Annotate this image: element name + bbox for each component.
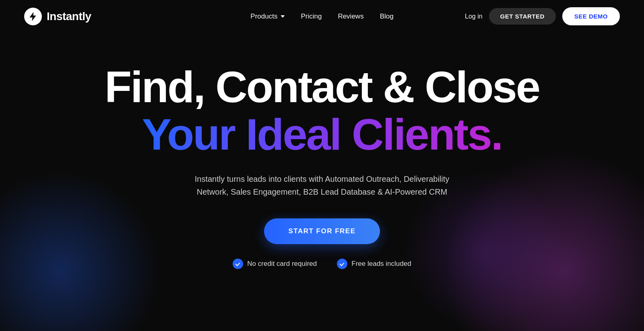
nav-pricing[interactable]: Pricing: [301, 12, 322, 21]
hero-section: Find, Contact & Close Your Ideal Clients…: [0, 33, 644, 293]
check-icon-2: [337, 259, 347, 269]
nav-reviews[interactable]: Reviews: [338, 12, 363, 21]
hero-subtitle: Instantly turns leads into clients with …: [181, 173, 463, 198]
badge-free-leads: Free leads included: [337, 259, 411, 269]
badge-no-credit-card-label: No credit card required: [247, 260, 317, 268]
get-started-button[interactable]: GET STARTED: [489, 8, 556, 25]
navbar: Instantly Products Pricing Reviews Blog …: [0, 0, 644, 33]
logo-text: Instantly: [47, 10, 91, 23]
badge-no-credit-card: No credit card required: [233, 259, 317, 269]
nav-products[interactable]: Products: [250, 12, 285, 21]
hero-badges: No credit card required Free leads inclu…: [233, 259, 411, 269]
nav-actions: Log in GET STARTED SEE DEMO: [465, 7, 620, 25]
start-free-button[interactable]: START FOR FREE: [264, 218, 380, 244]
check-icon-1: [233, 259, 243, 269]
products-chevron-icon: [281, 15, 285, 18]
see-demo-button[interactable]: SEE DEMO: [562, 7, 620, 25]
hero-title-line2: Your Ideal Clients.: [142, 112, 502, 156]
login-button[interactable]: Log in: [465, 13, 483, 20]
bolt-icon: [28, 12, 38, 21]
nav-blog[interactable]: Blog: [380, 12, 394, 21]
badge-free-leads-label: Free leads included: [351, 260, 411, 268]
logo-icon: [24, 8, 42, 25]
nav-links: Products Pricing Reviews Blog: [250, 12, 393, 21]
hero-title-line1: Find, Contact & Close: [105, 65, 539, 109]
logo[interactable]: Instantly: [24, 8, 91, 25]
